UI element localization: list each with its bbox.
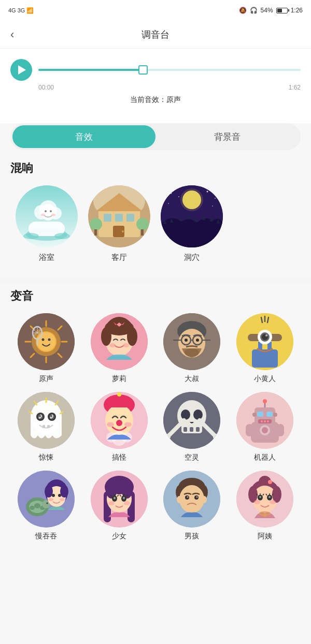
voice-item-loli[interactable]: 萝莉 [86, 313, 153, 384]
reverb-item-bathroom[interactable]: 浴室 [16, 185, 78, 262]
svg-point-204 [259, 496, 261, 498]
svg-point-193 [177, 496, 182, 503]
reverb-circle-bathroom [16, 185, 78, 247]
svg-point-31 [207, 191, 208, 193]
svg-point-110 [117, 392, 121, 397]
svg-rect-23 [94, 229, 97, 236]
voice-circle-uncle [163, 313, 220, 370]
reverb-grid: 浴室 [10, 185, 301, 262]
svg-rect-18 [115, 214, 123, 222]
svg-point-183 [124, 501, 130, 505]
reverb-item-cave[interactable]: 洞穴 [161, 185, 223, 262]
voice-item-robot[interactable]: 机器人 [231, 392, 299, 462]
svg-point-113 [124, 422, 132, 427]
tab-switch: 音效 背景音 [10, 123, 301, 150]
svg-point-74 [185, 339, 188, 342]
svg-point-161 [58, 494, 61, 497]
reverb-section: 混响 [0, 160, 311, 273]
svg-point-126 [164, 434, 171, 440]
voice-label-funny: 搞怪 [112, 453, 126, 462]
svg-point-194 [202, 496, 207, 503]
svg-point-141 [267, 420, 269, 422]
svg-point-142 [252, 413, 257, 417]
svg-point-111 [116, 420, 122, 426]
battery-icon [276, 8, 288, 13]
bell-icon: 🔕 [239, 7, 247, 14]
header: ‹ 调音台 [0, 21, 311, 49]
svg-point-152 [30, 506, 35, 510]
voice-grid: 原声 [10, 313, 301, 541]
svg-point-135 [263, 399, 267, 403]
svg-point-159 [60, 485, 68, 497]
svg-point-61 [109, 343, 116, 347]
svg-point-12 [54, 233, 70, 239]
svg-rect-147 [277, 424, 284, 436]
svg-point-145 [262, 427, 268, 433]
svg-point-30 [178, 196, 179, 197]
reverb-item-living[interactable]: 客厅 [88, 185, 150, 262]
svg-point-182 [108, 501, 115, 505]
reverb-circle-cave [161, 185, 223, 247]
voice-label-original: 原声 [39, 374, 53, 384]
svg-point-62 [123, 343, 129, 347]
voice-item-girl[interactable]: 少女 [86, 471, 153, 541]
svg-point-192 [196, 496, 198, 498]
voice-circle-robot [236, 392, 293, 449]
signal-3g: 3G [18, 7, 25, 13]
svg-rect-99 [43, 425, 45, 428]
voice-item-horror[interactable]: 惊悚 [12, 392, 80, 462]
svg-point-22 [90, 218, 102, 230]
svg-rect-94 [31, 417, 62, 435]
voice-item-slow[interactable]: 慢吞吞 [12, 471, 80, 541]
voice-item-funny[interactable]: 搞怪 [86, 392, 153, 462]
svg-rect-124 [196, 427, 200, 432]
voice-label-horror: 惊悚 [39, 453, 53, 462]
svg-point-163 [60, 498, 65, 501]
reverb-circle-living [88, 185, 150, 247]
progress-thumb[interactable] [138, 65, 148, 75]
tab-effects[interactable]: 音效 [12, 125, 156, 148]
voice-item-minion[interactable]: 小黄人 [231, 313, 299, 384]
svg-point-29 [171, 193, 172, 194]
voice-item-original[interactable]: 原声 [12, 313, 80, 384]
svg-point-6 [41, 204, 55, 221]
svg-point-205 [268, 496, 271, 498]
voice-circle-minion [236, 313, 293, 370]
svg-point-86 [265, 334, 267, 336]
svg-point-120 [181, 409, 190, 420]
svg-point-129 [213, 434, 219, 440]
svg-point-7 [45, 210, 47, 212]
voice-circle-horror [18, 392, 75, 449]
svg-point-121 [193, 409, 203, 420]
voice-item-auntie[interactable]: 阿姨 [231, 471, 299, 541]
time-row: 00:00 1:62 [10, 84, 301, 91]
svg-rect-123 [190, 427, 193, 432]
reverb-label-cave: 洞穴 [184, 253, 200, 262]
voice-label-uncle: 大叔 [185, 374, 199, 384]
svg-rect-122 [183, 427, 187, 432]
voice-label-robot: 机器人 [254, 453, 276, 462]
svg-point-139 [261, 420, 263, 422]
svg-point-212 [254, 500, 260, 504]
play-button[interactable] [10, 59, 32, 81]
svg-point-158 [45, 485, 53, 497]
voice-item-boy[interactable]: 男孩 [158, 471, 226, 541]
headphone-icon: 🎧 [250, 7, 258, 14]
clock: 1:26 [291, 7, 303, 14]
wifi-icon: 📶 [26, 7, 34, 14]
voice-circle-slow [18, 471, 75, 528]
voice-item-uncle[interactable]: 大叔 [158, 313, 226, 384]
svg-point-140 [264, 420, 266, 422]
svg-point-160 [52, 494, 55, 497]
progress-container[interactable] [38, 65, 301, 75]
tab-bgm[interactable]: 背景音 [156, 125, 299, 148]
voice-label-minion: 小黄人 [254, 374, 276, 384]
svg-point-75 [196, 339, 199, 342]
status-right: 🔕 🎧 54% 1:26 [239, 7, 303, 14]
back-button[interactable]: ‹ [10, 29, 14, 40]
voice-item-ethereal[interactable]: 空灵 [158, 392, 226, 462]
page-title: 调音台 [142, 28, 169, 41]
voice-label-slow: 慢吞吞 [35, 532, 57, 541]
svg-point-46 [37, 332, 55, 351]
voice-label-girl: 少女 [112, 532, 126, 541]
